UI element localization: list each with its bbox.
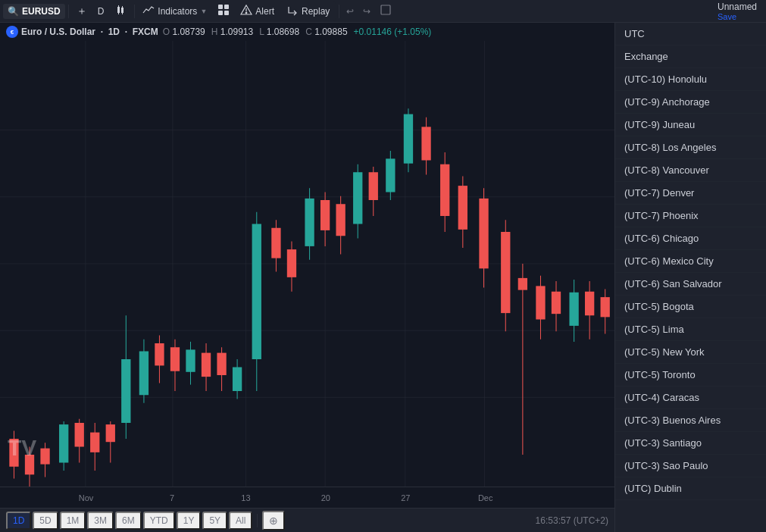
account-save-text: Save [718,12,757,21]
svg-rect-75 [421,127,430,160]
undo-button[interactable]: ↩ [342,4,358,19]
symbol-icon: € [6,26,18,38]
timezone-item-5[interactable]: (UTC-8) Los Angeles [615,136,766,159]
timeframe-5y[interactable]: 5Y [202,512,227,530]
svg-rect-55 [252,224,261,360]
timezone-item-19[interactable]: (UTC-3) Sao Paulo [615,455,766,477]
chart-container: € Euro / U.S. Dollar · 1D · FXCM O 1.087… [0,23,614,532]
templates-button[interactable] [213,2,234,20]
indicators-icon [142,4,155,18]
svg-rect-77 [440,164,449,216]
separator-2 [134,5,135,18]
main-area: € Euro / U.S. Dollar · 1D · FXCM O 1.087… [0,23,766,532]
chart-type-button[interactable] [110,2,131,20]
svg-rect-79 [458,186,467,230]
svg-rect-93 [585,292,594,316]
svg-rect-39 [121,359,130,423]
timeframe-1m[interactable]: 1M [60,512,86,530]
replay-label: Replay [302,6,330,17]
account-button[interactable]: Unnamed Save [711,0,763,23]
timezone-item-11[interactable]: (UTC-6) San Salvador [615,273,766,296]
undo-redo-group: ↩ ↪ [342,4,374,19]
timezone-item-4[interactable]: (UTC-9) Juneau [615,114,766,136]
alert-label: Alert [255,6,274,17]
timeframe-1y[interactable]: 1Y [177,512,202,530]
svg-rect-5 [122,13,123,14]
timeframe-5d[interactable]: 5D [33,512,58,530]
svg-rect-63 [320,200,330,230]
time-display: 16:53:57 (UTC+2) [536,515,608,526]
svg-rect-51 [217,353,226,375]
timeframe-6m[interactable]: 6M [115,512,142,530]
svg-rect-87 [536,286,545,319]
account-name: Unnamed Save [718,2,757,21]
timezone-item-9[interactable]: (UTC-6) Chicago [615,227,766,250]
timezone-item-16[interactable]: (UTC-4) Caracas [615,386,766,409]
svg-rect-89 [552,292,561,314]
svg-rect-69 [369,172,378,200]
svg-rect-6 [218,5,223,9]
timeframe-selector[interactable]: D [93,4,109,19]
ohlc-low: L 1.08698 [259,27,299,37]
plus-icon: ＋ [77,5,87,18]
x-label-7: 7 [170,493,174,502]
svg-rect-91 [569,293,578,326]
svg-rect-85 [518,278,527,290]
timezone-item-2[interactable]: (UTC-10) Honolulu [615,68,766,91]
symbol-selector[interactable]: 🔍 EURUSD [3,4,65,19]
account-name-text: Unnamed [718,2,757,12]
timezone-item-15[interactable]: (UTC-5) Toronto [615,364,766,386]
ohlc-close: C 1.09885 [305,27,347,37]
timezone-item-20[interactable]: (UTC) Dublin [615,477,766,500]
timeframe-3m[interactable]: 3M [87,512,114,530]
timezone-item-12[interactable]: (UTC-5) Bogota [615,296,766,318]
timezone-item-14[interactable]: (UTC-5) New York [615,341,766,364]
timeframe-1d[interactable]: 1D [6,512,31,530]
main-toolbar: 🔍 EURUSD ＋ D Indicators [0,0,766,23]
timeframe-ytd[interactable]: YTD [143,512,175,530]
timezone-item-18[interactable]: (UTC-3) Santiago [615,432,766,455]
indicators-button[interactable]: Indicators ▼ [138,2,211,20]
alert-button[interactable]: Alert [236,2,279,20]
svg-rect-59 [287,249,296,277]
templates-icon [217,4,230,18]
chart-canvas[interactable]: TV [0,41,614,487]
timezone-item-1[interactable]: Exchange [615,45,766,68]
timezone-item-0[interactable]: UTC [615,23,766,45]
ohlc-change: +0.01146 (+1.05%) [354,27,432,37]
svg-rect-53 [233,368,242,392]
replay-button[interactable]: Replay [280,2,336,20]
svg-rect-81 [479,199,488,268]
svg-text:TV: TV [8,435,36,460]
timezone-item-17[interactable]: (UTC-3) Buenos Aires [615,409,766,432]
ohlc-high: H 1.09913 [211,27,253,37]
svg-point-11 [245,12,247,14]
separator-3 [339,5,339,18]
timezone-item-7[interactable]: (UTC-7) Denver [615,182,766,205]
compare-button[interactable]: ⊕ [262,511,285,530]
timezone-item-8[interactable]: (UTC-7) Phoenix [615,205,766,227]
chart-watermark: TV [8,431,38,464]
x-label-20: 20 [321,493,330,502]
svg-rect-47 [186,349,195,371]
timezone-panel: UTCExchange(UTC-10) Honolulu(UTC-9) Anch… [614,23,766,532]
candlestick-icon [114,4,127,18]
svg-rect-57 [271,228,280,258]
ohlc-open: O 1.08739 [163,27,205,37]
redo-button[interactable]: ↪ [359,4,374,19]
timezone-item-6[interactable]: (UTC-8) Vancouver [615,159,766,182]
bottom-bar: 1D 5D 1M 3M 6M YTD 1Y 5Y All ⊕ 16:53:57 … [0,508,614,532]
svg-rect-49 [202,353,211,377]
indicators-dropdown-icon: ▼ [200,8,207,15]
timezone-item-3[interactable]: (UTC-9) Anchorage [615,91,766,114]
timezone-item-10[interactable]: (UTC-6) Mexico City [615,250,766,273]
alert-icon [240,4,252,18]
bottom-separator [257,514,258,527]
svg-rect-37 [106,424,115,442]
timeframe-all[interactable]: All [229,512,252,530]
svg-rect-73 [404,114,413,164]
add-symbol-button[interactable]: ＋ [72,2,92,20]
svg-rect-12 [381,5,390,14]
fullscreen-button[interactable] [376,2,396,20]
timezone-item-13[interactable]: (UTC-5) Lima [615,318,766,341]
